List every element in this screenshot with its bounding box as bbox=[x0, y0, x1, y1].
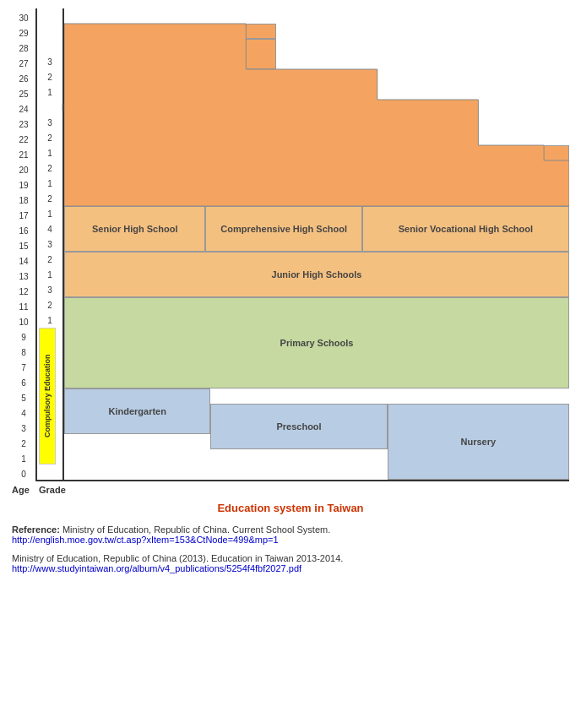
age-16: 16 bbox=[12, 223, 35, 238]
age-13: 13 bbox=[12, 269, 35, 284]
grade-4d: 4 bbox=[37, 221, 62, 236]
doctorate2: (Doctorate) bbox=[125, 69, 377, 145]
grade-1d: 1 bbox=[37, 267, 62, 282]
nursery: Nursery bbox=[388, 404, 569, 480]
ref-block-2: Ministry of Education, Republic of China… bbox=[12, 553, 569, 573]
grade-empty-29 bbox=[37, 24, 62, 39]
age-3: 3 bbox=[12, 421, 35, 436]
grade-empty-28 bbox=[37, 39, 62, 54]
age-23: 23 bbox=[12, 117, 35, 132]
grade-3g: 3 bbox=[37, 115, 62, 130]
ref-link-2[interactable]: http://www.studyintaiwan.org/album/v4_pu… bbox=[12, 563, 301, 573]
grade-3c: 3 bbox=[37, 282, 62, 297]
reference-section: Reference: Ministry of Education, Republ… bbox=[12, 524, 569, 582]
age-30: 30 bbox=[12, 10, 35, 25]
grid-area: (Doctorate)(Master's)(Post-Baccalaureate… bbox=[64, 8, 569, 480]
age-29: 29 bbox=[12, 25, 35, 41]
senior-high: Senior High School bbox=[64, 206, 205, 252]
age-18: 18 bbox=[12, 193, 35, 208]
age-21: 21 bbox=[12, 147, 35, 162]
age-25: 25 bbox=[12, 86, 35, 101]
ref-text-1: Ministry of Education, Republic of China… bbox=[62, 524, 330, 535]
age-2: 2 bbox=[12, 436, 35, 451]
ref-link-1[interactable]: http://english.moe.gov.tw/ct.asp?xItem=1… bbox=[12, 535, 279, 545]
age-4: 4 bbox=[12, 405, 35, 421]
comp-high: Comprehensive High School bbox=[205, 206, 361, 252]
age-12: 12 bbox=[12, 284, 35, 299]
grade-empty-24 bbox=[37, 100, 62, 115]
age-17: 17 bbox=[12, 208, 35, 223]
age-15: 15 bbox=[12, 238, 35, 253]
grade-1f: 1 bbox=[37, 176, 62, 191]
age-9: 9 bbox=[12, 329, 35, 345]
masters-main: (Master's) bbox=[64, 39, 276, 69]
grade-3d: 3 bbox=[37, 236, 62, 252]
age-28: 28 bbox=[12, 41, 35, 56]
age-20: 20 bbox=[12, 162, 35, 177]
doctorate-main: (Doctorate) bbox=[64, 24, 276, 39]
age-26: 26 bbox=[12, 71, 35, 86]
age-14: 14 bbox=[12, 253, 35, 269]
chart-area: 0 1 2 3 4 5 6 7 8 9 10 11 12 13 14 15 16… bbox=[12, 8, 569, 481]
grade-1c: 1 bbox=[37, 312, 62, 328]
grade-1e: 1 bbox=[37, 206, 62, 221]
postbac: (Post-Baccalaureate, 1-5 years) bbox=[64, 69, 125, 145]
age-axis-label: Age bbox=[12, 485, 35, 495]
diagram-container: 0 1 2 3 4 5 6 7 8 9 10 11 12 13 14 15 16… bbox=[12, 8, 569, 582]
axis-labels: Age Grade bbox=[12, 485, 569, 495]
grade-2h: 2 bbox=[37, 69, 62, 84]
primary: Primary Schools bbox=[64, 297, 569, 388]
grade-2d: 2 bbox=[37, 252, 62, 267]
age-1: 1 bbox=[12, 451, 35, 466]
age-22: 22 bbox=[12, 132, 35, 147]
compulsory-label: Compulsory Education bbox=[39, 328, 56, 465]
kindergarten: Kindergarten bbox=[64, 388, 210, 434]
university: University/College (Bachelor's) bbox=[64, 145, 418, 206]
age-8: 8 bbox=[12, 345, 35, 360]
age-column: 0 1 2 3 4 5 6 7 8 9 10 11 12 13 14 15 16… bbox=[12, 8, 35, 481]
main-chart: (Doctorate)(Master's)(Post-Baccalaureate… bbox=[62, 8, 569, 481]
technical-college: Technical College (2 or 4 years) bbox=[418, 145, 509, 206]
grade-2f: 2 bbox=[37, 160, 62, 176]
preschool: Preschool bbox=[210, 404, 387, 449]
grade-axis-label: Grade bbox=[39, 485, 66, 495]
grade-1g: 1 bbox=[37, 145, 62, 160]
age-6: 6 bbox=[12, 375, 35, 390]
chart-title: Education system in Taiwan bbox=[12, 502, 569, 514]
grade-empty-0 bbox=[37, 465, 62, 480]
age-7: 7 bbox=[12, 360, 35, 375]
age-10: 10 bbox=[12, 314, 35, 329]
grade-empty-30 bbox=[37, 8, 62, 24]
grade-column: 1 2 3 4 5 6 1 2 3 1 2 3 1 2 3 4 1 2 1 2 … bbox=[35, 8, 62, 481]
age-0: 0 bbox=[12, 466, 35, 481]
grade-3h: 3 bbox=[37, 54, 62, 69]
senior-voc: Senior Vocational High School bbox=[362, 206, 569, 252]
age-5: 5 bbox=[12, 390, 35, 405]
grade-2c: 2 bbox=[37, 297, 62, 312]
age-27: 27 bbox=[12, 56, 35, 71]
junior-college: Junior College (2 or 5 years) bbox=[508, 145, 569, 206]
grade-2g: 2 bbox=[37, 130, 62, 145]
junior-high: Junior High Schools bbox=[64, 252, 569, 297]
age-11: 11 bbox=[12, 299, 35, 314]
ref-text-2: Ministry of Education, Republic of China… bbox=[12, 553, 343, 563]
age-19: 19 bbox=[12, 177, 35, 193]
ref-label-1: Reference: bbox=[12, 524, 62, 535]
ref-block-1: Reference: Ministry of Education, Republ… bbox=[12, 524, 569, 545]
age-24: 24 bbox=[12, 101, 35, 117]
grade-1h: 1 bbox=[37, 84, 62, 100]
grade-2e: 2 bbox=[37, 191, 62, 206]
